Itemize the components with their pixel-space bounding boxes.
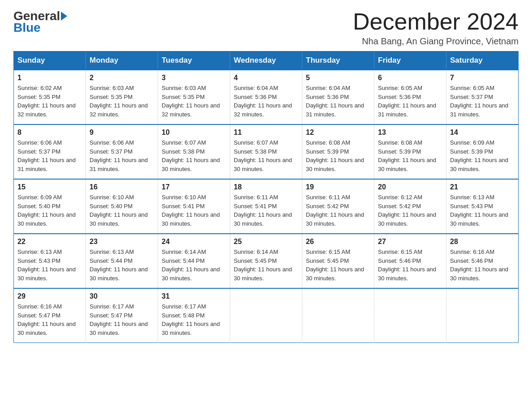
day-number: 20 — [378, 183, 442, 191]
day-number: 14 — [450, 128, 515, 137]
location-subtitle: Nha Bang, An Giang Province, Vietnam — [353, 36, 519, 47]
day-info: Sunrise: 6:16 AM Sunset: 5:46 PM Dayligh… — [450, 248, 515, 283]
day-info: Sunrise: 6:08 AM Sunset: 5:39 PM Dayligh… — [306, 138, 370, 173]
day-info: Sunrise: 6:13 AM Sunset: 5:43 PM Dayligh… — [450, 193, 515, 228]
day-info: Sunrise: 6:05 AM Sunset: 5:36 PM Dayligh… — [378, 84, 442, 119]
calendar-week-row: 22 Sunrise: 6:13 AM Sunset: 5:43 PM Dayl… — [14, 234, 519, 288]
calendar-cell: 25 Sunrise: 6:14 AM Sunset: 5:45 PM Dayl… — [230, 234, 302, 288]
day-info: Sunrise: 6:05 AM Sunset: 5:37 PM Dayligh… — [450, 84, 515, 119]
calendar-cell: 5 Sunrise: 6:04 AM Sunset: 5:36 PM Dayli… — [302, 70, 374, 124]
day-number: 1 — [17, 74, 82, 82]
calendar-cell: 28 Sunrise: 6:16 AM Sunset: 5:46 PM Dayl… — [446, 234, 519, 288]
calendar-cell: 14 Sunrise: 6:09 AM Sunset: 5:39 PM Dayl… — [446, 124, 519, 179]
day-number: 22 — [17, 238, 82, 246]
day-number: 25 — [234, 238, 298, 246]
day-info: Sunrise: 6:17 AM Sunset: 5:48 PM Dayligh… — [162, 302, 226, 337]
month-title: December 2024 — [353, 9, 519, 34]
calendar-cell: 16 Sunrise: 6:10 AM Sunset: 5:40 PM Dayl… — [86, 179, 158, 234]
day-number: 19 — [306, 183, 370, 191]
day-number: 31 — [162, 292, 226, 300]
header-wednesday: Wednesday — [230, 51, 302, 70]
calendar-cell: 30 Sunrise: 6:17 AM Sunset: 5:47 PM Dayl… — [86, 288, 158, 343]
calendar-header-row: SundayMondayTuesdayWednesdayThursdayFrid… — [14, 51, 519, 70]
calendar-cell — [302, 288, 374, 343]
calendar-cell: 23 Sunrise: 6:13 AM Sunset: 5:44 PM Dayl… — [86, 234, 158, 288]
calendar-cell: 2 Sunrise: 6:03 AM Sunset: 5:35 PM Dayli… — [86, 70, 158, 124]
day-number: 28 — [450, 238, 515, 246]
day-info: Sunrise: 6:11 AM Sunset: 5:42 PM Dayligh… — [306, 193, 370, 228]
calendar-week-row: 8 Sunrise: 6:06 AM Sunset: 5:37 PM Dayli… — [14, 124, 519, 179]
day-info: Sunrise: 6:07 AM Sunset: 5:38 PM Dayligh… — [162, 138, 226, 173]
calendar-cell: 8 Sunrise: 6:06 AM Sunset: 5:37 PM Dayli… — [14, 124, 86, 179]
day-info: Sunrise: 6:17 AM Sunset: 5:47 PM Dayligh… — [90, 302, 154, 337]
day-info: Sunrise: 6:03 AM Sunset: 5:35 PM Dayligh… — [162, 84, 226, 119]
day-info: Sunrise: 6:14 AM Sunset: 5:44 PM Dayligh… — [162, 248, 226, 283]
day-number: 15 — [17, 183, 82, 191]
day-info: Sunrise: 6:09 AM Sunset: 5:40 PM Dayligh… — [17, 193, 82, 228]
calendar-cell: 4 Sunrise: 6:04 AM Sunset: 5:36 PM Dayli… — [230, 70, 302, 124]
header-saturday: Saturday — [446, 51, 519, 70]
logo-blue-text: Blue — [13, 21, 41, 34]
calendar-cell: 13 Sunrise: 6:08 AM Sunset: 5:39 PM Dayl… — [374, 124, 446, 179]
day-number: 26 — [306, 238, 370, 246]
day-info: Sunrise: 6:02 AM Sunset: 5:35 PM Dayligh… — [17, 84, 82, 119]
day-number: 23 — [90, 238, 154, 246]
day-number: 17 — [162, 183, 226, 191]
day-number: 21 — [450, 183, 515, 191]
calendar-cell — [374, 288, 446, 343]
page-header: General Blue December 2024 Nha Bang, An … — [13, 9, 519, 47]
calendar-cell: 3 Sunrise: 6:03 AM Sunset: 5:35 PM Dayli… — [158, 70, 230, 124]
day-number: 5 — [306, 74, 370, 82]
logo-arrow-icon — [61, 12, 67, 21]
calendar-cell: 31 Sunrise: 6:17 AM Sunset: 5:48 PM Dayl… — [158, 288, 230, 343]
calendar-cell: 6 Sunrise: 6:05 AM Sunset: 5:36 PM Dayli… — [374, 70, 446, 124]
calendar-cell: 20 Sunrise: 6:12 AM Sunset: 5:42 PM Dayl… — [374, 179, 446, 234]
day-number: 3 — [162, 74, 226, 82]
day-number: 18 — [234, 183, 298, 191]
day-info: Sunrise: 6:03 AM Sunset: 5:35 PM Dayligh… — [90, 84, 154, 119]
calendar-table: SundayMondayTuesdayWednesdayThursdayFrid… — [13, 51, 519, 343]
day-number: 12 — [306, 128, 370, 137]
calendar-week-row: 29 Sunrise: 6:16 AM Sunset: 5:47 PM Dayl… — [14, 288, 519, 343]
calendar-cell: 18 Sunrise: 6:11 AM Sunset: 5:41 PM Dayl… — [230, 179, 302, 234]
day-number: 10 — [162, 128, 226, 137]
calendar-cell: 29 Sunrise: 6:16 AM Sunset: 5:47 PM Dayl… — [14, 288, 86, 343]
day-info: Sunrise: 6:09 AM Sunset: 5:39 PM Dayligh… — [450, 138, 515, 173]
day-number: 2 — [90, 74, 154, 82]
day-number: 16 — [90, 183, 154, 191]
header-tuesday: Tuesday — [158, 51, 230, 70]
calendar-week-row: 1 Sunrise: 6:02 AM Sunset: 5:35 PM Dayli… — [14, 70, 519, 124]
day-info: Sunrise: 6:07 AM Sunset: 5:38 PM Dayligh… — [234, 138, 298, 173]
day-info: Sunrise: 6:06 AM Sunset: 5:37 PM Dayligh… — [90, 138, 154, 173]
calendar-cell: 10 Sunrise: 6:07 AM Sunset: 5:38 PM Dayl… — [158, 124, 230, 179]
calendar-cell: 11 Sunrise: 6:07 AM Sunset: 5:38 PM Dayl… — [230, 124, 302, 179]
calendar-cell: 7 Sunrise: 6:05 AM Sunset: 5:37 PM Dayli… — [446, 70, 519, 124]
calendar-cell: 12 Sunrise: 6:08 AM Sunset: 5:39 PM Dayl… — [302, 124, 374, 179]
calendar-cell: 1 Sunrise: 6:02 AM Sunset: 5:35 PM Dayli… — [14, 70, 86, 124]
day-number: 6 — [378, 74, 442, 82]
calendar-cell: 9 Sunrise: 6:06 AM Sunset: 5:37 PM Dayli… — [86, 124, 158, 179]
day-info: Sunrise: 6:14 AM Sunset: 5:45 PM Dayligh… — [234, 248, 298, 283]
day-info: Sunrise: 6:10 AM Sunset: 5:41 PM Dayligh… — [162, 193, 226, 228]
day-info: Sunrise: 6:15 AM Sunset: 5:46 PM Dayligh… — [378, 248, 442, 283]
calendar-cell: 19 Sunrise: 6:11 AM Sunset: 5:42 PM Dayl… — [302, 179, 374, 234]
calendar-cell: 27 Sunrise: 6:15 AM Sunset: 5:46 PM Dayl… — [374, 234, 446, 288]
calendar-title-area: December 2024 Nha Bang, An Giang Provinc… — [353, 9, 519, 47]
day-number: 9 — [90, 128, 154, 137]
day-info: Sunrise: 6:15 AM Sunset: 5:45 PM Dayligh… — [306, 248, 370, 283]
day-number: 4 — [234, 74, 298, 82]
calendar-cell — [230, 288, 302, 343]
day-info: Sunrise: 6:13 AM Sunset: 5:43 PM Dayligh… — [17, 248, 82, 283]
day-number: 7 — [450, 74, 515, 82]
day-number: 29 — [17, 292, 82, 300]
calendar-cell: 21 Sunrise: 6:13 AM Sunset: 5:43 PM Dayl… — [446, 179, 519, 234]
calendar-week-row: 15 Sunrise: 6:09 AM Sunset: 5:40 PM Dayl… — [14, 179, 519, 234]
day-number: 13 — [378, 128, 442, 137]
logo: General Blue — [13, 9, 68, 35]
day-number: 11 — [234, 128, 298, 137]
header-friday: Friday — [374, 51, 446, 70]
header-monday: Monday — [86, 51, 158, 70]
calendar-cell: 22 Sunrise: 6:13 AM Sunset: 5:43 PM Dayl… — [14, 234, 86, 288]
day-number: 8 — [17, 128, 82, 137]
day-number: 27 — [378, 238, 442, 246]
